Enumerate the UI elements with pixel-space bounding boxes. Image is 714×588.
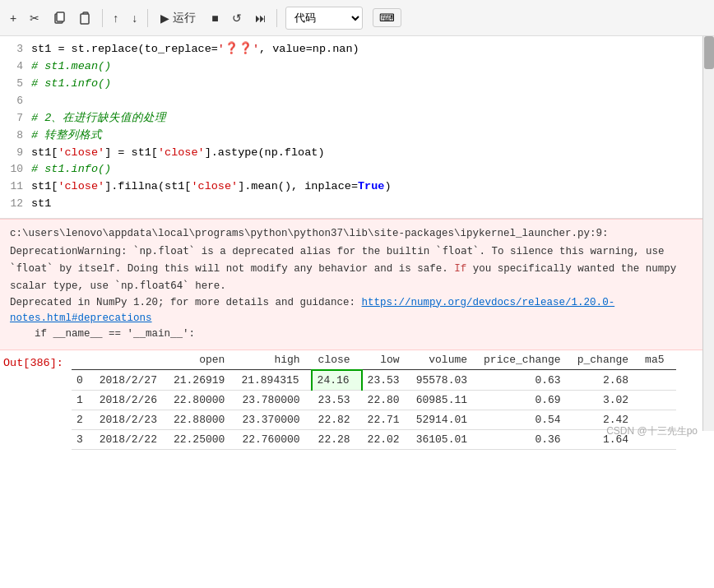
- row-volume: 52914.01: [411, 410, 479, 429]
- row-low: 22.71: [362, 410, 411, 429]
- warning-main-code: if __name__ == '__main__':: [10, 328, 195, 340]
- row-low: 22.02: [362, 429, 411, 449]
- line-num-8: 8: [0, 127, 31, 144]
- code-line-6: 6: [0, 93, 702, 110]
- table-row: 0 2018/2/27 21.26919 21.894315 24.16 23.…: [72, 370, 676, 391]
- row-price-change: 0.69: [479, 390, 573, 410]
- col-header-open: open: [169, 350, 236, 370]
- row-index: 3: [72, 429, 95, 449]
- run-label: 运行: [173, 11, 196, 25]
- paste-button[interactable]: [74, 8, 97, 28]
- code-line-8: 8 # 转整列格式: [0, 127, 702, 145]
- row-close: 23.53: [312, 390, 362, 410]
- svg-rect-1: [57, 12, 64, 21]
- col-header-ma5: ma5: [640, 350, 675, 370]
- row-close-highlighted: 24.16: [312, 370, 362, 391]
- out-label-text: Out[386]:: [3, 357, 63, 369]
- code-line-10: 10 # st1.info(): [0, 161, 702, 178]
- move-down-button[interactable]: ↓: [127, 8, 142, 28]
- code-content-3[interactable]: st1 = st.replace(to_replace='❓❓', value=…: [31, 41, 702, 58]
- table-header-row: open high close low volume price_change …: [72, 350, 676, 370]
- code-content-10[interactable]: # st1.info(): [31, 161, 702, 178]
- code-content-12[interactable]: st1: [31, 196, 702, 213]
- row-volume: 95578.03: [411, 370, 479, 391]
- col-header-volume: volume: [411, 350, 479, 370]
- line-num-11: 11: [0, 178, 31, 195]
- line-num-6: 6: [0, 93, 31, 109]
- main-container: + ✂ ↑ ↓ ▶ 运行 ■ ↺ ⏭ 代码 Markdown: [0, 0, 714, 450]
- row-index: 2: [72, 410, 95, 429]
- run-icon: ▶: [160, 12, 169, 25]
- line-num-10: 10: [0, 161, 31, 178]
- row-high: 23.780000: [236, 390, 311, 410]
- row-price-change: 0.36: [479, 429, 573, 449]
- warning-text-2: Deprecated in NumPy 1.20; for more detai…: [10, 297, 614, 324]
- divider-2: [147, 9, 148, 27]
- code-line-7: 7 # 2、在进行缺失值的处理: [0, 110, 702, 127]
- line-num-5: 5: [0, 76, 31, 92]
- cut-button[interactable]: ✂: [25, 8, 44, 28]
- fast-forward-button[interactable]: ⏭: [250, 8, 271, 28]
- cell-type-select[interactable]: 代码 Markdown: [285, 7, 363, 30]
- row-open: 21.26919: [169, 370, 236, 391]
- divider-3: [276, 9, 277, 27]
- col-header-p-change: p_change: [573, 350, 640, 370]
- row-date: 2018/2/23: [95, 410, 169, 429]
- scrollbar-thumb[interactable]: [704, 36, 714, 69]
- output-label: Out[386]:: [0, 350, 72, 373]
- restart-button[interactable]: ↺: [227, 8, 247, 28]
- table-row: 2 2018/2/23 22.88000 23.370000 22.82 22.…: [72, 410, 676, 429]
- row-price-change: 0.54: [479, 410, 573, 429]
- line-num-4: 4: [0, 58, 31, 75]
- code-content-4[interactable]: # st1.mean(): [31, 58, 702, 76]
- code-content-8[interactable]: # 转整列格式: [31, 127, 702, 145]
- move-up-button[interactable]: ↑: [108, 8, 123, 28]
- row-high: 23.370000: [236, 410, 311, 429]
- row-date: 2018/2/27: [95, 370, 169, 391]
- code-content-5[interactable]: # st1.info(): [31, 76, 702, 93]
- row-index: 0: [72, 370, 95, 391]
- col-header-empty: [95, 350, 169, 370]
- code-line-5: 5 # st1.info(): [0, 76, 702, 93]
- code-content-7[interactable]: # 2、在进行缺失值的处理: [31, 110, 702, 127]
- dataframe-table: open high close low volume price_change …: [72, 350, 676, 450]
- row-price-change: 0.63: [479, 370, 573, 391]
- row-volume: 36105.01: [411, 429, 479, 449]
- deprecation-link[interactable]: https://numpy.org/devdocs/release/1.20.0…: [10, 297, 614, 324]
- col-header-high: high: [236, 350, 311, 370]
- row-high: 21.894315: [236, 370, 311, 391]
- vertical-scrollbar[interactable]: [702, 36, 714, 431]
- run-button[interactable]: ▶ 运行: [153, 7, 203, 29]
- code-line-4: 4 # st1.mean(): [0, 58, 702, 76]
- code-line-12: 12 st1: [0, 196, 702, 213]
- svg-rect-2: [81, 14, 89, 24]
- row-open: 22.25000: [169, 429, 236, 449]
- col-header-close: close: [312, 350, 362, 370]
- code-content-9[interactable]: st1['close'] = st1['close'].astype(np.fl…: [31, 145, 702, 162]
- row-date: 2018/2/22: [95, 429, 169, 449]
- code-line-11: 11 st1['close'].fillna(st1['close'].mean…: [0, 178, 702, 196]
- code-line-3: 3 st1 = st.replace(to_replace='❓❓', valu…: [0, 41, 702, 58]
- row-volume: 60985.11: [411, 390, 479, 410]
- row-p-change: 3.02: [573, 390, 640, 410]
- row-low: 22.80: [362, 390, 411, 410]
- add-button[interactable]: +: [5, 8, 21, 28]
- row-p-change: 2.68: [573, 370, 640, 391]
- code-content-6[interactable]: [31, 93, 702, 110]
- code-content-11[interactable]: st1['close'].fillna(st1['close'].mean(),…: [31, 178, 702, 196]
- row-open: 22.80000: [169, 390, 236, 410]
- code-editor: 3 st1 = st.replace(to_replace='❓❓', valu…: [0, 36, 714, 219]
- row-date: 2018/2/26: [95, 390, 169, 410]
- col-header-price-change: price_change: [479, 350, 573, 370]
- table-row: 1 2018/2/26 22.80000 23.780000 23.53 22.…: [72, 390, 676, 410]
- row-close: 22.82: [312, 410, 362, 429]
- divider-1: [102, 9, 103, 27]
- table-row: 3 2018/2/22 22.25000 22.760000 22.28 22.…: [72, 429, 676, 449]
- col-header-index: [72, 350, 95, 370]
- copy-button[interactable]: [48, 8, 71, 28]
- row-high: 22.760000: [236, 429, 311, 449]
- warning-text-1: c:\users\lenovo\appdata\local\programs\p…: [10, 228, 676, 292]
- line-num-12: 12: [0, 196, 31, 212]
- stop-button[interactable]: ■: [206, 8, 223, 28]
- keyboard-button[interactable]: ⌨: [373, 8, 401, 27]
